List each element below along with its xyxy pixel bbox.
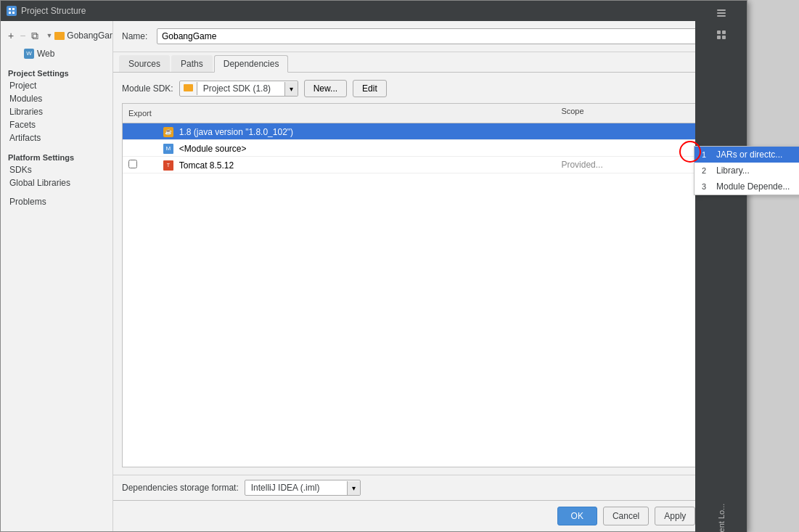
sdk-value: Project SDK (1.8) [197,81,284,96]
dropdown-item-library[interactable]: 2 Library... [694,163,799,179]
item-label-3: Module Depende... [716,181,790,192]
dependency-name-cell: ☕ 1.8 (java version "1.8.0_102") [157,123,556,140]
module-folder-icon [54,32,65,40]
svg-rect-1 [12,8,15,10]
sidebar-label-sdks: SDKs [9,165,32,175]
add-dependency-dropdown: 1 JARs or directc... 2 Library... 3 Modu… [694,146,799,195]
dependencies-table: Export Scope + [123,104,737,173]
storage-format-select[interactable]: IntelliJ IDEA (.iml) ▾ [245,480,361,496]
svg-rect-4 [717,9,726,11]
sidebar-item-global-libraries[interactable]: Global Libraries [1,176,112,189]
item-label-1: JARs or directc... [716,150,782,160]
export-checkbox-cell [123,157,157,173]
project-structure-dialog: Project Structure ✕ + − ⧉ ▼ GobangGame [0,0,747,532]
tomcat-icon: T [163,160,173,171]
sidebar-label-artifacts: Artifacts [9,133,41,143]
right-panel: Name: Sources Paths Dependencies Mo [113,21,747,531]
item-num-3: 3 [702,182,710,191]
storage-row: Dependencies storage format: IntelliJ ID… [113,475,747,500]
web-icon: W [24,49,34,59]
storage-format-label: Dependencies storage format: [122,483,239,493]
svg-rect-5 [717,12,726,14]
dependency-name-cell: T Tomcat 8.5.12 [157,157,556,173]
title-bar-left: Project Structure [7,6,86,16]
name-row: Name: [113,21,747,52]
sidebar-item-modules[interactable]: Modules [1,92,112,105]
project-structure-icon [7,6,17,16]
jdk-icon: ☕ [163,127,173,137]
name-input[interactable] [157,28,738,44]
name-label: Name: [122,31,151,41]
sidebar-label-global-libraries: Global Libraries [9,178,70,188]
sidebar-item-project[interactable]: Project [1,79,112,92]
sdk-select[interactable]: Project SDK (1.8) ▾ [179,81,298,97]
export-checkbox-cell [123,140,157,157]
apply-button[interactable]: Apply [655,507,695,525]
export-checkbox[interactable] [128,160,137,168]
sdk-dropdown-arrow[interactable]: ▾ [284,82,298,96]
module-tree-label[interactable]: GobangGame [67,30,113,41]
add-button[interactable]: + [7,28,15,43]
cancel-button[interactable]: Cancel [603,507,649,525]
storage-dropdown-arrow[interactable]: ▾ [347,481,360,495]
sidebar-label-problems: Problems [9,197,46,207]
tab-paths[interactable]: Paths [171,55,213,72]
storage-format-value: IntelliJ IDEA (.iml) [245,480,347,495]
item-num-2: 2 [702,166,710,175]
item-num-1: 1 [702,150,710,159]
bottom-bar: OK Cancel Apply Help [113,500,747,531]
svg-rect-7 [717,30,721,34]
project-settings-header: Project Settings [1,66,112,79]
module-source-icon: M [163,144,173,154]
sdk-label: Module SDK: [122,83,173,94]
sidebar: + − ⧉ ▼ GobangGame W Web Proj [1,21,113,531]
export-checkbox-cell [123,123,157,140]
svg-rect-6 [717,15,726,17]
sidebar-label-facets: Facets [9,120,36,130]
new-sdk-button[interactable]: New... [304,80,347,97]
sidebar-item-artifacts[interactable]: Artifacts [1,131,112,144]
svg-rect-3 [12,12,15,14]
table-row[interactable]: ☕ 1.8 (java version "1.8.0_102") [123,123,737,140]
remove-button[interactable]: − [18,28,27,43]
strip-button-1[interactable] [713,5,729,21]
svg-rect-9 [717,36,721,39]
title-bar: Project Structure ✕ [1,1,747,21]
web-tree-item[interactable]: W Web [1,47,112,60]
sdk-folder-icon [180,82,197,95]
table-row[interactable]: M <Module source> [123,140,737,157]
event-log-label[interactable]: Event Lo... [717,504,726,532]
sidebar-item-facets[interactable]: Facets [1,118,112,131]
ok-button[interactable]: OK [557,507,597,525]
tab-dependencies[interactable]: Dependencies [214,55,289,73]
web-label: Web [37,49,54,59]
item-label-2: Library... [716,165,750,176]
sidebar-item-sdks[interactable]: SDKs [1,163,112,176]
platform-settings-header: Platform Settings [1,150,112,163]
dependencies-table-container: Export Scope + [122,103,738,467]
sidebar-label-libraries: Libraries [9,107,43,117]
right-tool-strip: Event Lo... [695,1,747,532]
dropdown-item-jars[interactable]: 1 JARs or directc... [694,147,799,163]
sidebar-item-problems[interactable]: Problems [1,195,112,208]
copy-button[interactable]: ⧉ [30,28,40,43]
sidebar-label-project: Project [9,81,36,91]
dialog-title: Project Structure [21,6,86,16]
tabs-bar: Sources Paths Dependencies [113,52,747,73]
svg-rect-2 [9,12,11,14]
sidebar-toolbar: + − ⧉ ▼ GobangGame [1,27,112,47]
sdk-row: Module SDK: Project SDK (1.8) ▾ New... E… [122,80,738,97]
svg-rect-10 [722,36,726,39]
name-col-header [157,104,556,123]
dropdown-item-module-dep[interactable]: 3 Module Depende... [694,179,799,195]
dependencies-panel: Module SDK: Project SDK (1.8) ▾ New... E… [113,73,747,475]
tab-sources[interactable]: Sources [119,55,170,72]
edit-sdk-button[interactable]: Edit [353,80,387,97]
svg-rect-0 [9,8,11,10]
table-row[interactable]: T Tomcat 8.5.12 Provided... [123,157,737,173]
sidebar-item-libraries[interactable]: Libraries [1,105,112,118]
main-content: + − ⧉ ▼ GobangGame W Web Proj [1,21,747,531]
dependency-name-cell: M <Module source> [157,140,556,157]
export-col-header: Export [123,104,157,123]
strip-button-2[interactable] [713,27,729,43]
